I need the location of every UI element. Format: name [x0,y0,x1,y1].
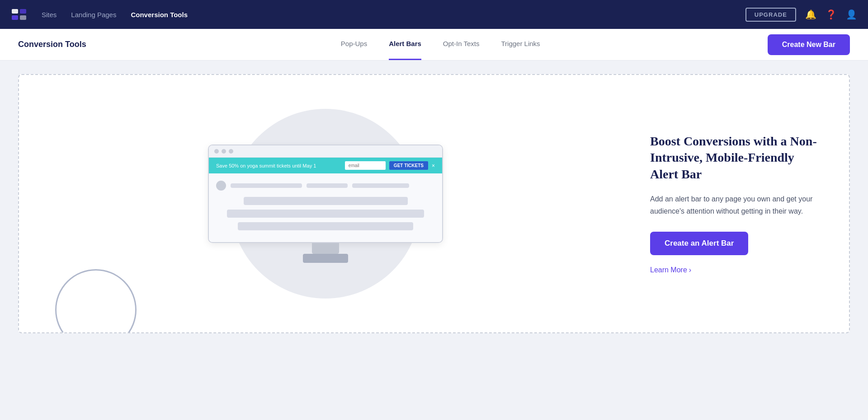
create-new-bar-button[interactable]: Create New Bar [768,34,850,55]
mock-lines-row [231,183,435,188]
sub-nav-tabs: Pop-Ups Alert Bars Opt-In Texts Trigger … [113,29,768,60]
sub-nav-title: Conversion Tools [18,40,86,49]
alert-bar-email-input[interactable] [345,161,386,170]
main-description: Add an alert bar to any page you own and… [650,193,822,217]
svg-rect-1 [12,15,18,20]
monitor-stand [312,243,339,254]
mock-line [307,183,347,188]
nav-landing-pages[interactable]: Landing Pages [71,11,116,19]
notification-icon[interactable]: 🔔 [805,9,816,20]
alert-bar: Save 50% on yoga summit tickets until Ma… [209,158,442,173]
tab-alert-bars[interactable]: Alert Bars [389,29,421,60]
mock-content-block [227,210,424,218]
main-heading: Boost Conversions with a Non-Intrusive, … [650,133,822,182]
dot-3 [229,149,233,154]
monitor-body [209,173,442,242]
illustration-side: Save 50% on yoga summit tickets until Ma… [19,75,632,332]
bottom-circle-decoration [55,269,137,333]
monitor-titlebar [209,145,442,158]
alert-bar-cta[interactable]: GET TICKETS [389,161,428,170]
monitor-base [303,254,348,263]
tab-opt-in-texts[interactable]: Opt-In Texts [443,29,480,60]
nav-conversion-tools[interactable]: Conversion Tools [131,11,188,19]
top-nav: Sites Landing Pages Conversion Tools UPG… [0,0,868,29]
svg-rect-0 [12,9,18,14]
tab-trigger-links[interactable]: Trigger Links [501,29,540,60]
learn-more-arrow-icon: › [689,266,691,274]
mock-content-block [238,222,413,230]
mock-avatar-row [216,181,435,191]
dot-2 [222,149,226,154]
mock-avatar [216,181,226,191]
main-content: Save 50% on yoga summit tickets until Ma… [0,61,868,347]
mock-line [352,183,410,188]
svg-rect-3 [20,15,26,20]
alert-bar-close[interactable]: × [432,163,435,169]
monitor: Save 50% on yoga summit tickets until Ma… [208,145,443,243]
mock-content-block [244,197,408,205]
learn-more-label: Learn More [650,266,687,274]
nav-sites[interactable]: Sites [42,11,57,19]
mock-line [231,183,302,188]
user-icon[interactable]: 👤 [846,9,857,20]
create-alert-bar-button[interactable]: Create an Alert Bar [650,232,748,255]
top-nav-links: Sites Landing Pages Conversion Tools [42,11,731,19]
alert-bar-text: Save 50% on yoga summit tickets until Ma… [216,163,341,168]
content-card: Save 50% on yoga summit tickets until Ma… [18,74,850,333]
text-side: Boost Conversions with a Non-Intrusive, … [632,106,849,301]
learn-more-link[interactable]: Learn More › [650,266,822,274]
sub-nav: Conversion Tools Pop-Ups Alert Bars Opt-… [0,29,868,61]
logo[interactable] [11,6,27,23]
svg-rect-2 [20,9,26,14]
monitor-wrapper: Save 50% on yoga summit tickets until Ma… [208,145,443,263]
tab-pop-ups[interactable]: Pop-Ups [341,29,367,60]
upgrade-button[interactable]: UPGRADE [745,8,796,22]
help-icon[interactable]: ❓ [826,9,837,20]
top-nav-right: UPGRADE 🔔 ❓ 👤 [745,8,857,22]
dot-1 [214,149,219,154]
